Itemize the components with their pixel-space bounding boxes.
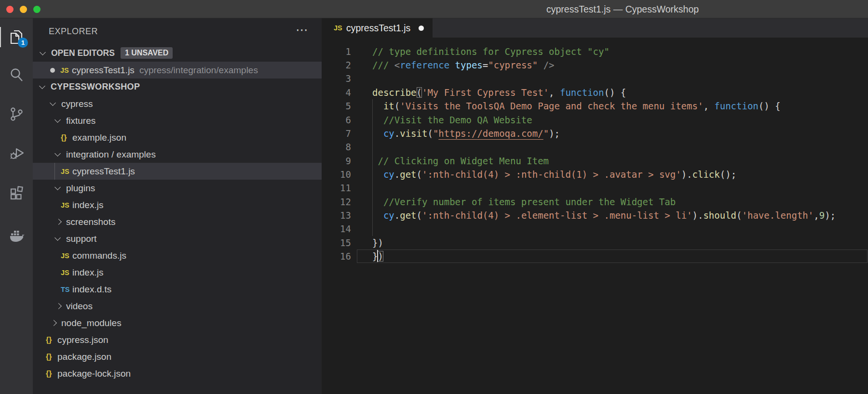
code-text: // type definitions for Cypress object "…: [351, 45, 610, 58]
tree-file-cypresstest1-js[interactable]: JScypressTest1.js: [33, 163, 322, 180]
code-text: [351, 222, 372, 236]
js-file-icon: JS: [334, 24, 345, 32]
tree-file-package-lock-json[interactable]: {}package-lock.json: [33, 365, 322, 382]
code-text: cy.get(':nth-child(4) > .element-list > …: [351, 209, 836, 222]
tree-folder-fixtures[interactable]: fixtures: [33, 112, 322, 129]
tree-item-label: node_modules: [61, 318, 122, 328]
code-line-3[interactable]: 3: [322, 72, 868, 85]
code-line-12[interactable]: 12 //Verify number of items present unde…: [322, 195, 868, 209]
tree-item-label: package-lock.json: [57, 368, 131, 379]
tree-file-index-js[interactable]: JSindex.js: [33, 197, 322, 213]
code-line-7[interactable]: 7 cy.visit("https://demoqa.com/");: [322, 127, 868, 140]
code-line-13[interactable]: 13 cy.get(':nth-child(4) > .element-list…: [322, 209, 868, 222]
code-line-14[interactable]: 14: [322, 222, 868, 236]
search-icon[interactable]: [8, 66, 25, 83]
code-text: //Visit the Demo QA Website: [351, 113, 532, 127]
open-editor-item[interactable]: JS cypressTest1.js cypress/integration/e…: [33, 62, 322, 79]
tree-file-package-json[interactable]: {}package.json: [33, 348, 322, 365]
explorer-title: EXPLORER: [49, 18, 98, 44]
workspace-root-folder[interactable]: CYPESSWORKSHOP: [33, 79, 322, 95]
tree-folder-support[interactable]: support: [33, 230, 322, 247]
open-editor-path: cypress/integration/examples: [139, 65, 258, 76]
js-file-icon: JS: [61, 201, 72, 209]
chevron-right-icon: [55, 220, 66, 224]
code-text: describe('My First Cypress Test', functi…: [351, 86, 626, 99]
tree-folder-node-modules[interactable]: node_modules: [33, 315, 322, 331]
activity-bar: 1: [0, 18, 33, 394]
code-line-4[interactable]: 4describe('My First Cypress Test', funct…: [322, 86, 868, 99]
code-line-1[interactable]: 1// type definitions for Cypress object …: [322, 45, 868, 58]
tree-indent-guide: [54, 163, 55, 180]
line-number: 10: [322, 168, 351, 181]
code-line-15[interactable]: 15}): [322, 236, 868, 250]
code-line-6[interactable]: 6 //Visit the Demo QA Website: [322, 113, 868, 127]
code-text: [351, 181, 372, 195]
titlebar: cypressTest1.js — CypessWorkshop: [0, 0, 868, 18]
chevron-down-icon: [55, 237, 66, 240]
line-number: 4: [322, 86, 351, 99]
tree-item-label: cypress: [61, 99, 93, 109]
code-line-11[interactable]: 11: [322, 181, 868, 195]
source-control-icon[interactable]: [8, 106, 25, 122]
explorer-sidebar: EXPLORER ⋯ OPEN EDITORS 1 UNSAVED JS cyp…: [33, 18, 322, 394]
chevron-right-icon: [51, 321, 61, 325]
chevron-down-icon: [55, 187, 66, 189]
tree-folder-cypress[interactable]: cypress: [33, 95, 322, 112]
maximize-window-button[interactable]: [33, 6, 41, 13]
tab-bar: JS cypressTest1.js: [322, 18, 868, 38]
window-title: cypressTest1.js — CypessWorkshop: [546, 0, 699, 18]
line-number: 1: [322, 45, 351, 58]
tree-file-index-d-ts[interactable]: TSindex.d.ts: [33, 281, 322, 298]
code-line-9[interactable]: 9 // Clicking on Widget Menu Item: [322, 154, 868, 168]
code-text: cy.get(':nth-child(4) > :nth-child(1) > …: [351, 168, 736, 181]
tree-folder-integration-examples[interactable]: integration / examples: [33, 146, 322, 163]
tree-item-label: fixtures: [66, 116, 95, 126]
line-number: 12: [322, 195, 351, 209]
vscode-window: cypressTest1.js — CypessWorkshop 1 EXPLO…: [0, 0, 868, 394]
tab-cypresstest1[interactable]: JS cypressTest1.js: [322, 18, 433, 38]
modified-dot-icon: [50, 68, 55, 73]
chevron-down-icon: [41, 52, 51, 54]
json-file-icon: {}: [46, 369, 57, 378]
unsaved-count-badge: 1 UNSAVED: [121, 47, 173, 59]
more-actions-icon[interactable]: ⋯: [296, 18, 308, 44]
tree-file-commands-js[interactable]: JScommands.js: [33, 247, 322, 264]
tree-item-label: cypress.json: [57, 335, 108, 345]
line-number: 13: [322, 209, 351, 222]
tree-file-index-js[interactable]: JSindex.js: [33, 264, 322, 281]
code-line-16[interactable]: 16}): [322, 250, 868, 263]
code-editor[interactable]: 1// type definitions for Cypress object …: [322, 38, 868, 394]
ts-file-icon: TS: [61, 286, 72, 293]
code-text: /// <reference types="cypress" />: [351, 58, 555, 72]
minimize-window-button[interactable]: [20, 6, 27, 13]
open-editors-section[interactable]: OPEN EDITORS 1 UNSAVED: [33, 44, 322, 62]
tree-folder-screenshots[interactable]: screenshots: [33, 213, 322, 230]
tree-item-label: plugins: [66, 183, 95, 194]
tree-item-label: integration / examples: [66, 149, 156, 160]
code-line-5[interactable]: 5 it('Visits the ToolsQA Demo Page and c…: [322, 99, 868, 113]
tree-file-example-json[interactable]: {}example.json: [33, 129, 322, 146]
docker-icon[interactable]: [8, 227, 25, 243]
chevron-down-icon: [40, 86, 51, 88]
run-debug-icon[interactable]: [8, 144, 25, 161]
line-number: 2: [322, 58, 351, 72]
tree-item-label: commands.js: [72, 250, 126, 261]
tree-file-cypress-json[interactable]: {}cypress.json: [33, 331, 322, 348]
tree-folder-plugins[interactable]: plugins: [33, 180, 322, 197]
tree-folder-videos[interactable]: videos: [33, 298, 322, 315]
line-number: 5: [322, 99, 351, 113]
files-icon[interactable]: 1: [8, 29, 25, 45]
code-line-2[interactable]: 2/// <reference types="cypress" />: [322, 58, 868, 72]
code-text: [351, 140, 372, 154]
line-number: 8: [322, 140, 351, 154]
line-number: 15: [322, 236, 351, 250]
code-line-8[interactable]: 8: [322, 140, 868, 154]
close-window-button[interactable]: [6, 6, 14, 13]
tab-modified-dot-icon[interactable]: [419, 26, 424, 31]
json-file-icon: {}: [61, 133, 72, 142]
explorer-badge: 1: [18, 38, 28, 48]
tree-item-label: index.js: [72, 267, 103, 278]
code-line-10[interactable]: 10 cy.get(':nth-child(4) > :nth-child(1)…: [322, 168, 868, 181]
extensions-icon[interactable]: [8, 184, 25, 201]
tree-item-label: example.json: [72, 132, 126, 143]
